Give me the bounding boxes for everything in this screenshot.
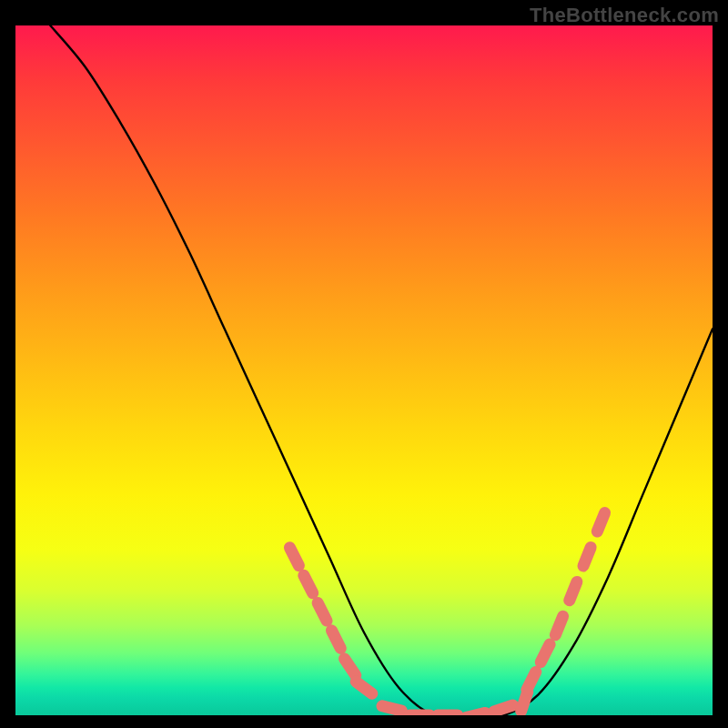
marker-pill: [570, 581, 577, 600]
marker-pill: [382, 706, 401, 711]
marker-pill: [494, 705, 513, 712]
bottleneck-curve: [50, 25, 713, 715]
marker-pill: [541, 644, 550, 662]
curve-markers: [289, 513, 604, 715]
gradient-plot-area: [15, 25, 713, 715]
marker-pill: [356, 682, 372, 693]
marker-pill: [345, 659, 356, 675]
marker-pill: [318, 603, 327, 622]
curve-svg: [15, 25, 713, 715]
marker-pill: [583, 548, 591, 566]
marker-pill: [289, 548, 298, 566]
marker-pill: [597, 513, 604, 531]
marker-pill: [331, 631, 340, 649]
marker-pill: [555, 616, 562, 634]
marker-pill: [466, 713, 485, 715]
watermark-text: TheBottleneck.com: [530, 4, 719, 27]
marker-pill: [304, 575, 313, 593]
chart-frame: TheBottleneck.com: [0, 0, 728, 728]
marker-pill: [527, 672, 536, 690]
